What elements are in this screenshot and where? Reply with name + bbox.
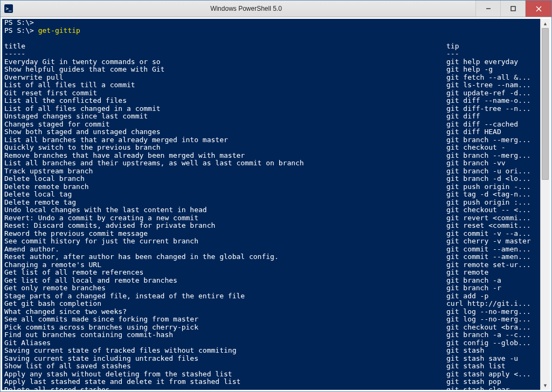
title-cell: Delete remote tag	[4, 199, 446, 207]
window-controls	[475, 1, 551, 17]
tip-cell: git checkout <bra...	[446, 324, 538, 332]
title-cell: Reset: Discard commits, advised for priv…	[4, 222, 446, 230]
vertical-scrollbar[interactable]: ▲ ▼	[540, 19, 550, 390]
tip-cell: git remote	[446, 269, 538, 277]
tip-cell: git fetch --all &...	[446, 74, 538, 82]
tip-cell: git push origin :...	[446, 199, 538, 207]
close-button[interactable]	[525, 1, 551, 17]
scroll-track[interactable]	[541, 28, 550, 381]
tip-cell: git revert <commi...	[446, 214, 538, 222]
tip-cell: git stash save -u	[446, 355, 538, 363]
tip-cell: git tag -d <tag-n...	[446, 191, 538, 199]
tip-cell: git checkout -- <...	[446, 206, 538, 214]
tip-cell: git branch -vv	[446, 159, 538, 167]
table-row: Get git bash completioncurl http://git.i…	[4, 300, 538, 308]
tip-cell: git commit --amen...	[446, 246, 538, 254]
app-icon: >_	[1, 1, 17, 17]
scroll-down-button[interactable]: ▼	[541, 381, 550, 390]
title-cell: -----	[4, 50, 446, 58]
tip-cell: git reset <commit...	[446, 222, 538, 230]
table-row: See all commits made since forking from …	[4, 316, 538, 324]
title-cell: Show list of all saved stashes	[4, 362, 446, 370]
tip-cell: git log --no-merg...	[446, 316, 538, 324]
table-row: Pick commits across branches using cherr…	[4, 324, 538, 332]
title-cell: Apply last stashed state and delete it f…	[4, 378, 446, 386]
table-row: Revert: Undo a commit by creating a new …	[4, 214, 538, 222]
tip-cell: git commit -v --a...	[446, 230, 538, 238]
title-cell: List all branches and their upstreams, a…	[4, 159, 446, 167]
tip-cell: git branch -a --c...	[446, 331, 538, 339]
table-row: Reset: Discard commits, advised for priv…	[4, 222, 538, 230]
tip-cell: git diff HEAD	[446, 128, 538, 136]
maximize-icon	[510, 6, 516, 11]
table-row: Show both staged and unstaged changesgit…	[4, 128, 538, 136]
tip-cell: git checkout -	[446, 144, 538, 152]
table-row: Changes staged for commitgit diff --cach…	[4, 121, 538, 129]
scroll-thumb[interactable]	[542, 28, 549, 180]
title-cell: Delete remote branch	[4, 183, 446, 191]
title-cell: See commit history for just the current …	[4, 237, 446, 246]
table-row: Saving current state of tracked files wi…	[4, 347, 538, 355]
tip-cell: git branch --merg...	[446, 152, 538, 160]
scroll-up-button[interactable]: ▲	[541, 19, 550, 28]
title-cell: See all commits made since forking from …	[4, 316, 446, 324]
title-cell: Apply any stash without deleting from th…	[4, 370, 446, 379]
table-row: Get only remote branchesgit branch -r	[4, 284, 538, 292]
title-cell: Show both staged and unstaged changes	[4, 128, 446, 136]
tip-cell: git branch -u ori...	[446, 167, 538, 176]
column-separator: --------	[4, 50, 538, 58]
title-cell: Delete local tag	[4, 191, 446, 199]
table-row: Delete local branchgit branch -d <lo...	[4, 175, 538, 183]
maximize-button[interactable]	[500, 1, 525, 17]
table-row: Delete local taggit tag -d <tag-n...	[4, 191, 538, 199]
tip-cell: git branch --merg...	[446, 136, 538, 144]
tip-cell: git remote set-ur...	[446, 261, 538, 269]
minimize-button[interactable]	[475, 1, 500, 17]
svg-rect-1	[511, 6, 515, 11]
table-row: Show helpful guides that come with Gitgi…	[4, 66, 538, 74]
title-cell: Git reset first commit	[4, 89, 446, 97]
tip-cell: git branch -d <lo...	[446, 175, 538, 183]
table-row: Amend author.git commit --amen...	[4, 246, 538, 254]
title-cell: Unstaged changes since last commit	[4, 113, 446, 121]
table-row: Delete remote taggit push origin :...	[4, 199, 538, 207]
title-cell: Get list of all remote references	[4, 269, 446, 277]
title-cell: Revert: Undo a commit by creating a new …	[4, 214, 446, 222]
table-row: List all branches and their upstreams, a…	[4, 159, 538, 167]
title-cell: Get git bash completion	[4, 300, 446, 308]
title-cell: Show helpful guides that come with Git	[4, 66, 446, 74]
title-cell: List all branches that are already merge…	[4, 136, 446, 144]
title-cell: Amend author.	[4, 246, 446, 254]
title-cell: Reword the previous commit message	[4, 230, 446, 238]
title-cell: Git Aliases	[4, 339, 446, 347]
title-cell: Overwrite pull	[4, 74, 446, 82]
title-cell: Find out branches containing commit-hash	[4, 331, 446, 339]
column-header: titletip	[4, 43, 538, 51]
table-row: Remove branches that have already been m…	[4, 152, 538, 160]
title-cell: Changes staged for commit	[4, 121, 446, 129]
tip-cell: git stash clear	[446, 386, 538, 390]
title-cell: List of all files changed in a commit	[4, 105, 446, 113]
table-row: Reword the previous commit messagegit co…	[4, 230, 538, 238]
tip-cell: git stash	[446, 347, 538, 355]
title-cell: Stage parts of a changed file, instead o…	[4, 292, 446, 300]
powershell-icon: >_	[4, 4, 13, 13]
table-row: List of all files changed in a commitgit…	[4, 105, 538, 113]
table-row: Git reset first commitgit update-ref -d.…	[4, 89, 538, 97]
terminal-output[interactable]: PS S:\>PS S:\> get-gittip titletip------…	[2, 19, 540, 390]
client-area: PS S:\>PS S:\> get-gittip titletip------…	[1, 17, 551, 391]
table-row: Unstaged changes since last commitgit di…	[4, 113, 538, 121]
title-cell: Get only remote branches	[4, 284, 446, 292]
table-row: List all branches that are already merge…	[4, 136, 538, 144]
titlebar[interactable]: >_ Windows PowerShell 5.0	[1, 1, 551, 17]
title-cell: Delete local branch	[4, 175, 446, 183]
table-row: Changing a remote's URLgit remote set-ur…	[4, 261, 538, 269]
prompt-line: PS S:\>	[4, 27, 38, 35]
title-cell: Saving current state including untracked…	[4, 355, 446, 363]
tip-cell: git stash pop	[446, 378, 538, 386]
title-cell: Delete all stored stashes	[4, 386, 446, 390]
tip-cell: git log --no-merg...	[446, 308, 538, 316]
title-cell: Remove branches that have already been m…	[4, 152, 446, 160]
table-row: Get list of all remote referencesgit rem…	[4, 269, 538, 277]
table-row: Find out branches containing commit-hash…	[4, 331, 538, 339]
